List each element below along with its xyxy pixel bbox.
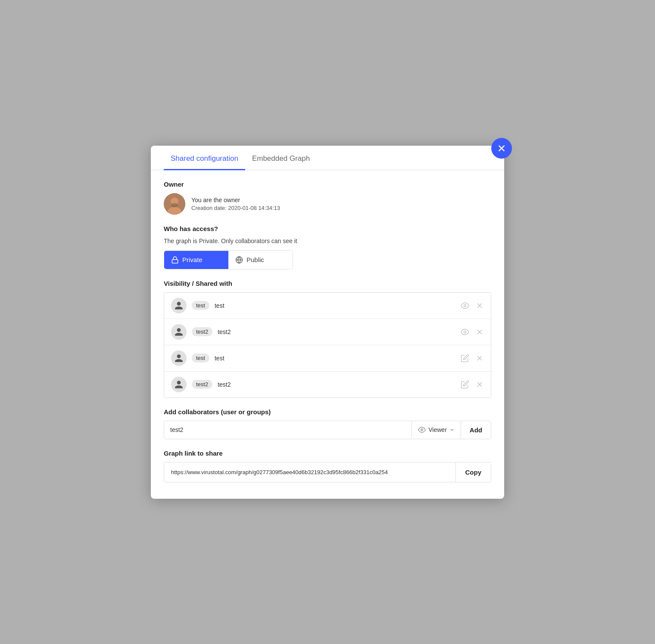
access-section: Who has access? The graph is Private. On…: [164, 225, 491, 269]
add-collaborators-section: Add collaborators (user or groups) Viewe…: [164, 408, 491, 439]
tab-shared-configuration[interactable]: Shared configuration: [164, 146, 245, 170]
graph-link-url: https://www.virustotal.com/graph/g027730…: [164, 463, 455, 481]
svg-point-9: [464, 304, 466, 306]
shared-label: Visibility / Shared with: [164, 280, 491, 287]
user-avatar: [171, 377, 187, 392]
owner-name: You are the owner: [191, 197, 280, 203]
collab-name: test2: [218, 381, 455, 388]
collaborators-table: test test: [164, 292, 491, 398]
collaborator-input[interactable]: [164, 421, 412, 438]
view-icon[interactable]: [461, 328, 469, 336]
access-description: The graph is Private. Only collaborators…: [164, 238, 491, 244]
add-collaborators-label: Add collaborators (user or groups): [164, 408, 491, 416]
public-button[interactable]: Public: [228, 251, 293, 269]
owner-info: You are the owner Creation date: 2020-01…: [191, 197, 280, 211]
collab-actions: [461, 380, 484, 389]
add-button[interactable]: Add: [461, 421, 491, 439]
table-row: test2 test2: [164, 372, 491, 397]
owner-label: Owner: [164, 181, 491, 188]
avatar: [164, 193, 185, 215]
modal: Shared configuration Embedded Graph Owne…: [151, 146, 504, 499]
user-tag: test2: [192, 380, 212, 389]
edit-icon[interactable]: [461, 354, 469, 363]
user-avatar: [171, 324, 187, 340]
graph-link-section: Graph link to share https://www.virustot…: [164, 450, 491, 482]
svg-point-5: [171, 203, 178, 207]
visibility-toggle: Private Public: [164, 250, 293, 269]
user-avatar: [171, 350, 187, 366]
tabs: Shared configuration Embedded Graph: [151, 146, 504, 170]
owner-date: Creation date: 2020-01-08 14:34:13: [191, 205, 280, 211]
remove-icon[interactable]: [475, 354, 484, 363]
view-icon[interactable]: [461, 301, 469, 310]
close-button[interactable]: [491, 138, 512, 159]
remove-icon[interactable]: [475, 380, 484, 389]
collab-actions: [461, 328, 484, 336]
table-row: test test: [164, 345, 491, 372]
owner-section: Owner You are the owner Creation date: 2…: [164, 181, 491, 215]
table-row: test test: [164, 293, 491, 319]
copy-button[interactable]: Copy: [455, 463, 491, 482]
modal-content: Owner You are the owner Creation date: 2…: [151, 170, 504, 499]
remove-icon[interactable]: [475, 328, 484, 336]
collab-actions: [461, 301, 484, 310]
private-button[interactable]: Private: [164, 251, 228, 269]
svg-point-19: [421, 429, 423, 431]
collab-name: test: [215, 355, 455, 362]
tab-embedded-graph[interactable]: Embedded Graph: [245, 146, 317, 170]
table-row: test2 test2: [164, 319, 491, 345]
collab-actions: [461, 354, 484, 363]
viewer-select[interactable]: Viewer: [412, 426, 461, 434]
collab-name: test: [215, 302, 455, 309]
remove-icon[interactable]: [475, 301, 484, 310]
owner-row: You are the owner Creation date: 2020-01…: [164, 193, 491, 215]
link-row: https://www.virustotal.com/graph/g027730…: [164, 462, 491, 482]
svg-point-12: [464, 331, 466, 333]
user-tag: test: [192, 301, 209, 310]
svg-rect-6: [172, 259, 178, 263]
shared-section: Visibility / Shared with test test: [164, 280, 491, 398]
user-tag: test: [192, 353, 209, 363]
collab-name: test2: [218, 328, 455, 335]
access-label: Who has access?: [164, 225, 491, 232]
edit-icon[interactable]: [461, 380, 469, 389]
user-tag: test2: [192, 327, 212, 336]
user-avatar: [171, 298, 187, 313]
add-collaborators-row: Viewer Add: [164, 421, 491, 439]
graph-link-label: Graph link to share: [164, 450, 491, 457]
